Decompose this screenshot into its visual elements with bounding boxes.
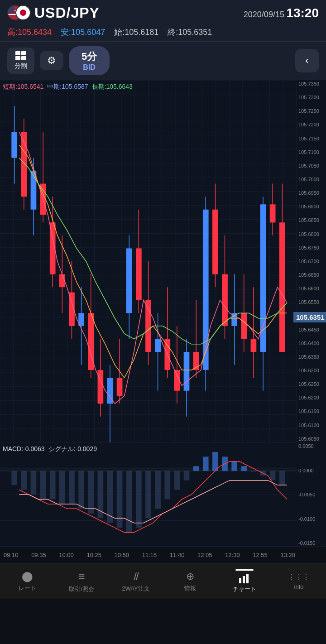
active-indicator bbox=[235, 569, 254, 571]
currency-pair: USD/JPY bbox=[34, 5, 100, 21]
svg-rect-119 bbox=[59, 471, 65, 504]
split-button[interactable]: 分割 bbox=[7, 48, 34, 74]
svg-rect-128 bbox=[145, 471, 151, 519]
svg-rect-129 bbox=[155, 471, 161, 509]
settings-button[interactable]: ⚙ bbox=[40, 51, 63, 70]
nav-info-label: 情報 bbox=[184, 584, 196, 592]
toolbar: 分割 ⚙ 5分 BID ‹ bbox=[0, 42, 326, 80]
svg-rect-131 bbox=[174, 471, 180, 490]
ohlc-close: 終:105.6351 bbox=[168, 27, 212, 38]
nav-rate-label: レート bbox=[19, 584, 36, 592]
svg-rect-120 bbox=[69, 471, 75, 504]
svg-rect-118 bbox=[50, 471, 56, 500]
svg-rect-61 bbox=[59, 274, 65, 288]
signal-value-label: シグナル:-0.0029 bbox=[48, 445, 97, 453]
current-price-tag: 105.6351 bbox=[293, 312, 326, 322]
timeframe-value: 5分 bbox=[82, 50, 97, 63]
svg-rect-135 bbox=[212, 452, 218, 471]
svg-rect-137 bbox=[231, 461, 237, 471]
svg-rect-114 bbox=[11, 471, 17, 485]
svg-rect-85 bbox=[174, 370, 180, 391]
svg-rect-130 bbox=[164, 471, 170, 500]
grid-icon bbox=[15, 51, 26, 60]
time-axis-label: 12:30 bbox=[225, 552, 240, 558]
svg-rect-87 bbox=[184, 352, 190, 391]
nav-2way-label: 2WAY注文 bbox=[122, 585, 149, 593]
back-button[interactable]: ‹ bbox=[295, 49, 319, 72]
nav-more[interactable]: ⋮⋮⋮ info bbox=[272, 573, 326, 590]
time-axis-label: 12:05 bbox=[197, 552, 212, 558]
nav-rate[interactable]: ⬤ レート bbox=[0, 571, 54, 592]
time-axis-label: 10:00 bbox=[59, 552, 74, 558]
svg-rect-97 bbox=[231, 313, 237, 326]
macd-value-label: MACD:-0.0063 bbox=[3, 445, 45, 453]
nav-chart[interactable]: チャート bbox=[217, 569, 272, 593]
ohlc-bar: 高:105.6434 安:105.6047 始:105.6181 終:105.6… bbox=[0, 25, 326, 42]
flags bbox=[7, 5, 31, 21]
datetime: 2020/09/15 13:20 bbox=[244, 6, 319, 20]
twoway-icon: // bbox=[134, 570, 138, 583]
candlestick-chart bbox=[0, 80, 326, 442]
svg-rect-125 bbox=[117, 471, 123, 528]
svg-rect-115 bbox=[21, 471, 27, 490]
svg-rect-122 bbox=[88, 471, 94, 514]
chart-icon bbox=[238, 573, 251, 583]
svg-rect-75 bbox=[126, 248, 132, 313]
time-axis-label: 12:55 bbox=[253, 552, 268, 558]
time-labels: 09:1009:3510:0010:2510:5011:1511:4012:05… bbox=[4, 552, 322, 558]
ma-labels: 短期:105.6541 中期:105.6587 長期:105.6643 bbox=[3, 83, 133, 91]
svg-rect-93 bbox=[212, 210, 218, 274]
date-display: 2020/09/15 bbox=[244, 10, 284, 19]
more-icon: ⋮⋮⋮ bbox=[288, 573, 310, 582]
info-icon: ⊕ bbox=[186, 571, 194, 582]
jpy-flag bbox=[15, 5, 31, 20]
time-axis-label: 10:50 bbox=[115, 552, 129, 558]
svg-rect-134 bbox=[203, 457, 209, 471]
svg-rect-145 bbox=[246, 574, 249, 583]
svg-rect-139 bbox=[251, 471, 257, 471]
svg-rect-142 bbox=[279, 471, 285, 485]
svg-rect-99 bbox=[241, 313, 247, 339]
svg-rect-143 bbox=[239, 578, 241, 583]
svg-rect-127 bbox=[136, 471, 142, 528]
nav-trade-label: 取引/照会 bbox=[69, 585, 94, 593]
ma-short-label: 短期:105.6541 bbox=[3, 83, 43, 91]
time-axis-label: 11:40 bbox=[170, 552, 185, 558]
rate-icon: ⬤ bbox=[22, 571, 33, 582]
svg-rect-107 bbox=[279, 222, 285, 352]
svg-rect-126 bbox=[126, 471, 132, 533]
svg-rect-51 bbox=[11, 132, 17, 158]
time-axis-label: 13:20 bbox=[280, 552, 295, 558]
svg-rect-132 bbox=[184, 471, 190, 481]
svg-rect-73 bbox=[117, 378, 123, 396]
nav-chart-label: チャート bbox=[233, 585, 256, 593]
svg-rect-95 bbox=[222, 274, 228, 326]
pair-info: USD/JPY bbox=[7, 5, 100, 21]
macd-labels: MACD:-0.0063 シグナル:-0.0029 bbox=[3, 445, 97, 453]
svg-rect-79 bbox=[145, 300, 151, 352]
timeframe-button[interactable]: 5分 BID bbox=[69, 46, 110, 75]
macd-indicator-chart bbox=[0, 442, 326, 547]
time-axis-label: 10:25 bbox=[86, 552, 101, 558]
nav-trade[interactable]: ≡ 取引/照会 bbox=[54, 569, 109, 593]
bid-label: BID bbox=[82, 63, 97, 72]
ma-long-label: 長期:105.6643 bbox=[92, 83, 133, 91]
time-axis-label: 11:15 bbox=[142, 552, 157, 558]
time-axis: 09:1009:3510:0010:2510:5011:1511:4012:05… bbox=[0, 547, 326, 563]
svg-rect-117 bbox=[40, 471, 46, 500]
macd-chart-container: MACD:-0.0063 シグナル:-0.0029 0.00500.0000-0… bbox=[0, 442, 326, 547]
bottom-nav: ⬤ レート ≡ 取引/照会 // 2WAY注文 ⊕ 情報 チャート ⋮⋮⋮ in… bbox=[0, 563, 326, 599]
time-axis-label: 09:10 bbox=[4, 552, 19, 558]
svg-rect-144 bbox=[243, 576, 245, 583]
svg-rect-81 bbox=[155, 339, 161, 352]
ohlc-high: 高:105.6434 bbox=[7, 27, 52, 38]
nav-info[interactable]: ⊕ 情報 bbox=[163, 571, 217, 592]
svg-rect-101 bbox=[251, 339, 257, 352]
svg-rect-69 bbox=[98, 370, 104, 404]
svg-rect-116 bbox=[31, 471, 37, 495]
main-chart-container: 短期:105.6541 中期:105.6587 長期:105.6643 105.… bbox=[0, 80, 326, 442]
ohlc-low: 安:105.6047 bbox=[61, 27, 105, 38]
time-display: 13:20 bbox=[286, 6, 319, 20]
nav-2way[interactable]: // 2WAY注文 bbox=[109, 570, 163, 593]
time-axis-label: 09:35 bbox=[31, 552, 46, 558]
